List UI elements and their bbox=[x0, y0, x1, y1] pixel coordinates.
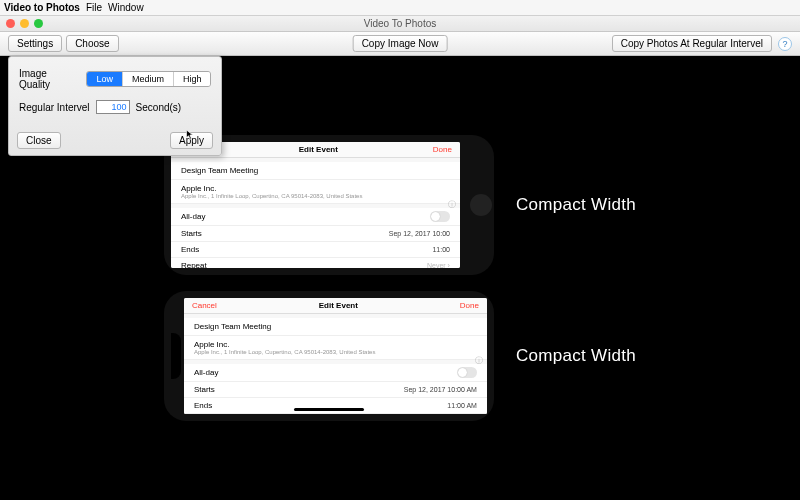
caption-compact-width: Compact Width bbox=[516, 195, 636, 215]
settings-popover: Image Quality Low Medium High Regular In… bbox=[8, 56, 222, 156]
nav-done: Done bbox=[460, 301, 479, 310]
apply-button[interactable]: Apply bbox=[170, 132, 213, 149]
cell-ends-label: Ends bbox=[181, 245, 199, 254]
cell-starts-label: Starts bbox=[194, 385, 215, 394]
image-quality-segmented[interactable]: Low Medium High bbox=[86, 71, 211, 87]
event-title: Design Team Meeting bbox=[181, 166, 450, 175]
event-location: Apple Inc. bbox=[181, 184, 450, 193]
quality-high[interactable]: High bbox=[173, 72, 211, 86]
cell-allday-label: All-day bbox=[194, 368, 218, 377]
event-title: Design Team Meeting bbox=[194, 322, 477, 331]
regular-interval-input[interactable] bbox=[96, 100, 130, 114]
cell-ends-value: 11:00 bbox=[432, 246, 450, 253]
window-title: Video To Photos bbox=[0, 18, 800, 29]
nav-title: Edit Event bbox=[299, 145, 338, 154]
settings-button[interactable]: Settings bbox=[8, 35, 62, 52]
nav-done: Done bbox=[433, 145, 452, 154]
home-indicator-icon bbox=[294, 408, 364, 411]
help-icon[interactable]: ? bbox=[778, 37, 792, 51]
event-location: Apple Inc. bbox=[194, 340, 477, 349]
choose-button[interactable]: Choose bbox=[66, 35, 118, 52]
regular-interval-label: Regular Intervel bbox=[19, 102, 90, 113]
notch-icon bbox=[171, 333, 181, 379]
menu-file[interactable]: File bbox=[86, 2, 102, 13]
close-button[interactable]: Close bbox=[17, 132, 61, 149]
info-icon: ⓘ bbox=[475, 355, 483, 366]
device-iphone-x-landscape: Cancel Edit Event Done Design Team Meeti… bbox=[164, 291, 494, 421]
menu-window[interactable]: Window bbox=[108, 2, 144, 13]
copy-regular-interval-button[interactable]: Copy Photos At Regular Intervel bbox=[612, 35, 772, 52]
nav-title: Edit Event bbox=[319, 301, 358, 310]
cell-starts-value: Sep 12, 2017 10:00 AM bbox=[404, 386, 477, 393]
cell-repeat-value: Never › bbox=[427, 262, 450, 268]
copy-image-now-button[interactable]: Copy Image Now bbox=[353, 35, 448, 52]
image-quality-label: Image Quality bbox=[19, 68, 80, 90]
quality-medium[interactable]: Medium bbox=[122, 72, 173, 86]
cell-starts-label: Starts bbox=[181, 229, 202, 238]
caption-compact-width: Compact Width bbox=[516, 346, 636, 366]
toolbar: Settings Choose Copy Image Now Copy Phot… bbox=[0, 32, 800, 56]
allday-switch bbox=[430, 211, 450, 222]
quality-low[interactable]: Low bbox=[87, 72, 122, 86]
menu-bar: Video to Photos File Window bbox=[0, 0, 800, 16]
allday-switch bbox=[457, 367, 477, 378]
cell-starts-value: Sep 12, 2017 10:00 bbox=[389, 230, 450, 237]
cell-ends-label: Ends bbox=[194, 401, 212, 410]
device-iphone-landscape: Cancel Edit Event Done Design Team Meeti… bbox=[164, 135, 494, 275]
window-titlebar: Video To Photos bbox=[0, 16, 800, 32]
nav-cancel: Cancel bbox=[192, 301, 217, 310]
cell-repeat-label: Repeat bbox=[181, 261, 207, 268]
cell-allday-label: All-day bbox=[181, 212, 205, 221]
event-address: Apple Inc., 1 Infinite Loop, Cupertino, … bbox=[181, 193, 450, 199]
home-button-icon bbox=[470, 194, 492, 216]
interval-unit-label: Second(s) bbox=[136, 102, 182, 113]
cell-ends-value: 11:00 AM bbox=[447, 402, 477, 409]
info-icon: ⓘ bbox=[448, 199, 456, 210]
menu-app-name[interactable]: Video to Photos bbox=[4, 2, 80, 13]
event-address: Apple Inc., 1 Infinite Loop, Cupertino, … bbox=[194, 349, 477, 355]
